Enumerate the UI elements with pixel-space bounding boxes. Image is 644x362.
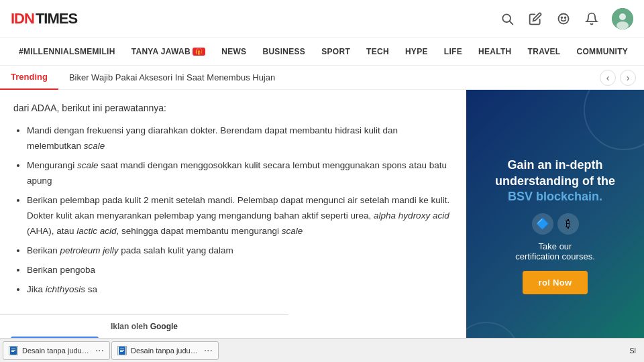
emoji-icon[interactable] (555, 11, 572, 27)
nav-regional[interactable]: REGIONAL (636, 38, 644, 66)
google-ad-label: Iklan oleh Google (11, 322, 278, 331)
list-item: Mengurangi scale saat mandi dengan mengg… (27, 158, 453, 189)
taskbar: Desain tanpa judul 1.png ··· Desain tanp… (0, 338, 644, 362)
svg-rect-11 (11, 351, 14, 352)
svg-point-2 (559, 13, 569, 23)
edit-icon[interactable] (527, 11, 543, 27)
header: IDN TIMES (0, 0, 644, 38)
trending-bar: Trending Biker Wajib Pakai Aksesori Ini … (0, 66, 644, 90)
article-list: Mandi dengan frekuensi yang diarahkan do… (13, 123, 453, 297)
avatar[interactable] (612, 8, 633, 29)
nav-millennials[interactable]: #MILLENNIALSMEMILIH (11, 38, 123, 66)
svg-rect-15 (120, 351, 123, 352)
svg-line-1 (510, 21, 513, 24)
taskbar-item-1-text: Desain tanpa judul 1.png (22, 347, 90, 355)
taskbar-more-2[interactable]: ··· (204, 345, 213, 357)
nav-badge: 🎁 (193, 48, 205, 56)
taskbar-right: Sl (624, 347, 641, 355)
list-item: Mandi dengan frekuensi yang diarahkan do… (27, 123, 453, 154)
nav-life[interactable]: LIFE (436, 38, 470, 66)
trending-text[interactable]: Biker Wajib Pakai Aksesori Ini Saat Mene… (58, 72, 592, 82)
ad-icon-2: ₿ (557, 213, 579, 235)
nav-sport[interactable]: SPORT (313, 38, 358, 66)
nav-hype[interactable]: HYPE (397, 38, 436, 66)
svg-rect-9 (11, 349, 15, 349)
article-intro: dari ADAA, berikut ini perawatannya: (13, 101, 453, 115)
nav-travel[interactable]: TRAVEL (520, 38, 569, 66)
svg-point-4 (565, 17, 566, 18)
svg-point-6 (619, 13, 626, 20)
list-item: Jika ichthyosis sa (27, 282, 453, 298)
list-item: Berikan petroleum jelly pada salah kulit… (27, 243, 453, 259)
logo-idn: IDN (11, 10, 34, 27)
nav-news[interactable]: NEWS (213, 38, 254, 66)
main-nav: #MILLENNIALSMEMILIH TANYA JAWAB 🎁 NEWS B… (0, 38, 644, 66)
list-item: Berikan pengoba (27, 263, 453, 278)
ad-icon-1: 🔷 (532, 213, 553, 235)
taskbar-item-2[interactable]: Desain tanpa judul.png ··· (111, 341, 219, 360)
sidebar-ad: Gain an in-depthunderstanding of the BSV… (466, 90, 644, 362)
next-arrow[interactable]: › (620, 70, 636, 86)
trending-arrows: ‹ › (592, 70, 644, 86)
header-icons (499, 8, 633, 29)
nav-tech[interactable]: TECH (358, 38, 397, 66)
taskbar-icon-2 (117, 346, 127, 355)
nav-community[interactable]: COMMUNITY (568, 38, 636, 66)
taskbar-icon-1 (9, 346, 18, 355)
nav-health[interactable]: HEALTH (470, 38, 520, 66)
svg-point-3 (561, 17, 563, 18)
svg-rect-10 (11, 350, 15, 351)
taskbar-more-1[interactable]: ··· (95, 345, 104, 357)
ad-headline: Gain an in-depthunderstanding of the BSV… (495, 158, 615, 204)
article-area: dari ADAA, berikut ini perawatannya: Man… (0, 90, 466, 362)
svg-point-7 (616, 21, 629, 29)
trending-label: Trending (0, 66, 58, 90)
ad-decoration-1 (584, 90, 644, 150)
taskbar-item-1[interactable]: Desain tanpa judul 1.png ··· (3, 341, 110, 360)
nav-tanya-jawab[interactable]: TANYA JAWAB 🎁 (123, 38, 214, 66)
taskbar-item-2-text: Desain tanpa judul.png (131, 347, 199, 355)
bell-icon[interactable] (584, 11, 600, 27)
search-icon[interactable] (499, 11, 515, 27)
prev-arrow[interactable]: ‹ (600, 70, 616, 86)
svg-rect-14 (120, 350, 124, 351)
nav-business[interactable]: BUSINESS (254, 38, 313, 66)
logo-times: TIMES (36, 10, 77, 27)
ad-icons: 🔷 ₿ (532, 213, 579, 235)
ad-cta-button[interactable]: rol Now (523, 271, 588, 294)
logo[interactable]: IDN TIMES (11, 10, 77, 27)
list-item: Berikan pelembap pada kulit 2 menit sete… (27, 193, 453, 239)
main-content: dari ADAA, berikut ini perawatannya: Man… (0, 90, 644, 362)
svg-rect-13 (120, 349, 124, 349)
ad-subtitle: Take ourcertification courses. (515, 241, 595, 261)
